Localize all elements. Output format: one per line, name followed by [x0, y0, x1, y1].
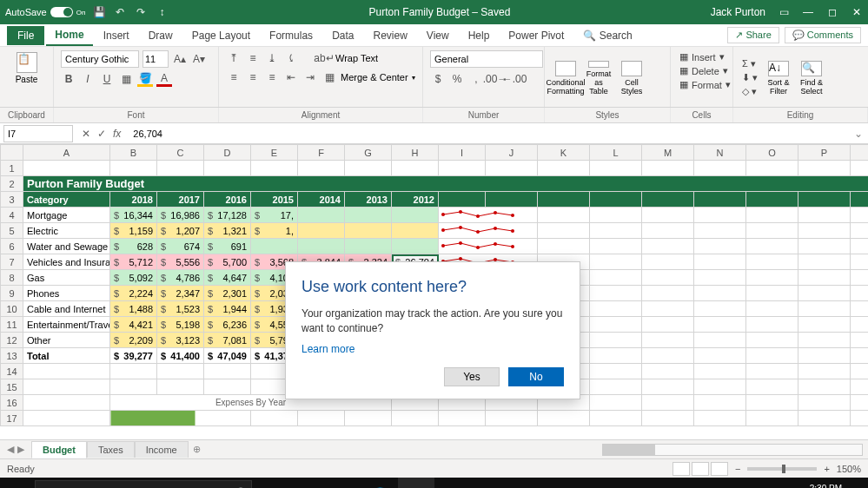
sheet-nav-next-icon[interactable]: ▶ [17, 444, 24, 455]
cell-styles-button[interactable]: Cell Styles [618, 61, 646, 96]
start-button[interactable]: ⊞ [0, 478, 35, 488]
data-cell[interactable]: $2,301 [204, 286, 251, 301]
enter-formula-icon[interactable]: ✓ [97, 128, 106, 140]
autosave-toggle[interactable]: AutoSave On [5, 7, 85, 17]
data-cell[interactable]: $2,224 [110, 286, 157, 301]
sparkline[interactable] [439, 208, 538, 223]
touch-mode-icon[interactable]: ↕ [155, 5, 169, 19]
col-header[interactable]: Q [851, 145, 869, 161]
italic-button[interactable]: I [80, 71, 96, 87]
user-name[interactable]: Jack Purton [711, 6, 765, 18]
indent-dec-icon[interactable]: ⇤ [283, 69, 299, 85]
chevron-down-icon[interactable]: ▾ [412, 74, 415, 82]
year-header[interactable]: 2014 [298, 192, 345, 208]
format-cells-button[interactable]: ▦ Format ▾ [678, 78, 726, 91]
underline-button[interactable]: U [99, 71, 115, 87]
data-cell[interactable] [392, 208, 439, 223]
paste-button[interactable]: 📋 Paste [13, 50, 41, 85]
col-header[interactable]: I [439, 145, 486, 161]
data-cell[interactable]: $5,198 [157, 317, 204, 333]
indent-inc-icon[interactable]: ⇥ [302, 69, 318, 85]
dec-decimal-icon[interactable]: ←.00 [507, 71, 522, 87]
percent-icon[interactable]: % [449, 71, 465, 87]
format-as-table-button[interactable]: Format as Table [585, 61, 613, 96]
category-cell[interactable]: Mortgage [23, 208, 110, 223]
font-size-select[interactable] [142, 50, 169, 68]
fx-icon[interactable]: fx [113, 128, 121, 140]
grow-font-icon[interactable]: A▴ [172, 51, 188, 67]
search-box[interactable]: 🔍 Search [574, 26, 640, 45]
year-header[interactable]: 2012 [392, 192, 439, 208]
data-cell[interactable]: $5,712 [110, 254, 157, 270]
data-cell[interactable]: $1,321 [204, 223, 251, 239]
delete-cells-button[interactable]: ▦ Delete ▾ [678, 64, 726, 77]
taskbar-clock[interactable]: 2:30 PM 10/2/2018 [804, 484, 843, 488]
category-cell[interactable]: Gas [23, 270, 110, 286]
data-cell[interactable]: $4,647 [204, 270, 251, 286]
category-cell[interactable]: Entertainment/Travel [23, 317, 110, 333]
tab-data[interactable]: Data [323, 26, 362, 45]
category-cell[interactable]: Electric [23, 223, 110, 239]
formula-input[interactable] [126, 129, 849, 139]
data-cell[interactable]: $1,523 [157, 301, 204, 317]
col-header[interactable]: P [798, 145, 851, 161]
clear-icon[interactable]: ◇ ▾ [740, 85, 759, 98]
sheet-tab-taxes[interactable]: Taxes [87, 441, 135, 458]
ribbon-options-icon[interactable]: ▭ [778, 6, 790, 18]
col-header[interactable]: F [298, 145, 345, 161]
col-header[interactable]: C [157, 145, 204, 161]
year-header[interactable]: 2013 [345, 192, 392, 208]
shrink-font-icon[interactable]: A▾ [191, 51, 207, 67]
data-cell[interactable]: $16,986 [157, 208, 204, 223]
data-cell[interactable] [251, 239, 298, 254]
comma-icon[interactable]: , [468, 71, 484, 87]
data-cell[interactable]: $5,700 [204, 254, 251, 270]
col-header[interactable]: G [345, 145, 392, 161]
borders-icon[interactable]: ▦ [118, 71, 134, 87]
explorer-icon[interactable]: 📁 [288, 478, 325, 488]
data-cell[interactable] [345, 239, 392, 254]
data-cell[interactable]: $674 [157, 239, 204, 254]
edge-icon[interactable]: 🌐 [361, 478, 398, 488]
zoom-slider[interactable] [747, 467, 817, 471]
merge-icon[interactable]: ▦ [321, 69, 337, 85]
tab-home[interactable]: Home [46, 25, 92, 46]
data-cell[interactable]: $17,128 [204, 208, 251, 223]
align-right-icon[interactable]: ≡ [264, 69, 280, 85]
data-cell[interactable]: $4,786 [157, 270, 204, 286]
normal-view-icon[interactable] [673, 462, 690, 476]
currency-icon[interactable]: $ [430, 71, 446, 87]
chart-bar[interactable] [110, 411, 251, 426]
total-cell[interactable]: $47,049 [204, 348, 251, 364]
col-header[interactable]: N [694, 145, 746, 161]
tab-review[interactable]: Review [364, 26, 415, 45]
col-header[interactable]: D [204, 145, 251, 161]
col-header[interactable]: H [392, 145, 439, 161]
fill-color-icon[interactable]: 🪣 [137, 71, 153, 87]
data-cell[interactable] [392, 223, 439, 239]
task-view-icon[interactable]: ▤ [252, 478, 288, 488]
expand-formula-icon[interactable]: ⌄ [849, 128, 868, 140]
tab-formulas[interactable]: Formulas [261, 26, 321, 45]
new-sheet-button[interactable]: ⊕ [189, 444, 206, 455]
data-cell[interactable] [298, 239, 345, 254]
col-header[interactable]: L [590, 145, 642, 161]
name-box[interactable] [3, 125, 73, 142]
no-button[interactable]: No [508, 367, 564, 386]
conditional-formatting-button[interactable]: Conditional Formatting [552, 61, 580, 96]
data-cell[interactable]: $5,556 [157, 254, 204, 270]
tab-help[interactable]: Help [460, 26, 499, 45]
spreadsheet-grid[interactable]: ABCDEFGHIJKLMNOPQR12Purton Family Budget… [0, 144, 868, 439]
data-cell[interactable]: $2,347 [157, 286, 204, 301]
comments-button[interactable]: 💬 Comments [785, 27, 861, 43]
data-cell[interactable]: $6,236 [204, 317, 251, 333]
category-cell[interactable]: Vehicles and Insurance [23, 254, 110, 270]
learn-more-link[interactable]: Learn more [301, 343, 564, 355]
tab-draw[interactable]: Draw [140, 26, 182, 45]
insert-cells-button[interactable]: ▦ Insert ▾ [678, 50, 726, 63]
redo-icon[interactable]: ↷ [134, 5, 148, 19]
tab-power-pivot[interactable]: Power Pivot [500, 26, 573, 45]
yes-button[interactable]: Yes [444, 367, 500, 386]
data-cell[interactable]: $1,207 [157, 223, 204, 239]
align-top-icon[interactable]: ⤒ [226, 50, 242, 66]
